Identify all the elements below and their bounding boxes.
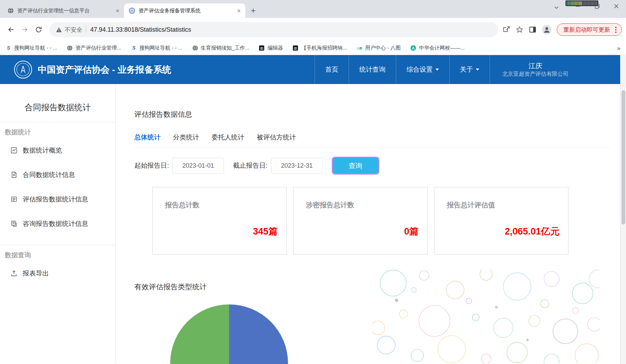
close-icon[interactable]: [114, 8, 121, 14]
side-panel-icon[interactable]: [528, 25, 537, 34]
nav-item-settings[interactable]: 综合设置: [396, 55, 449, 84]
tab-strip: 资产评估行业管理统一信息平台 资产评估业务报备管理系统: [0, 0, 626, 18]
sogou-icon: S: [131, 45, 137, 51]
decorative-bubbles-graphic: [372, 269, 600, 363]
back-button[interactable]: [4, 23, 18, 37]
user-company: 北京亚超资产评估有限公司: [502, 70, 568, 78]
bookmark-star-icon[interactable]: [515, 25, 524, 34]
app-header: 中国资产评估协会 - 业务报备系统 首页 统计查询 综合设置 关于 江庆 北京亚…: [0, 55, 620, 84]
close-window-button[interactable]: [607, 0, 626, 12]
main-content: 评估报告数据信息 总体统计 分类统计 委托人统计 被评估方统计 起始报告日: 截…: [116, 84, 620, 363]
contract-doc-icon: [10, 171, 18, 178]
reload-button[interactable]: [32, 23, 45, 37]
bookmark-label: 资产评估行业管理...: [75, 45, 121, 51]
export-icon: [10, 270, 18, 277]
new-tab-button[interactable]: [248, 6, 258, 16]
start-date-input[interactable]: [172, 158, 224, 174]
tab-title: 资产评估行业管理统一信息平台: [17, 8, 114, 14]
date-filter-row: 起始报告日: 截止报告日: 查询: [134, 157, 620, 175]
sidebar-item-report-stats[interactable]: 评估报告数据统计信息: [0, 187, 115, 211]
tab-appraisee-stats[interactable]: 被评估方统计: [257, 133, 296, 142]
browser-toolbar: 不安全 47.94.11.33:8018/Statistics/Statisti…: [0, 18, 626, 41]
page-scrollbar[interactable]: [620, 56, 626, 364]
svg-text:图: 图: [260, 46, 264, 50]
bookmark-label: 搜狗网址导航 - - ...: [140, 45, 183, 51]
nav-label: 关于: [460, 65, 473, 74]
sidebar-item-report-export[interactable]: 报表导出: [0, 261, 115, 285]
end-date-input[interactable]: [271, 158, 323, 174]
globe-icon: [67, 45, 73, 51]
sidebar: 合同报告数据统计 数据统计 数据统计概览 合同数据统计信息 评估报告数据统计信息…: [0, 84, 116, 363]
bookmark-item[interactable]: 资产评估行业管理...: [67, 45, 121, 51]
start-date-label: 起始报告日:: [134, 161, 169, 170]
ram-usage-bars: [567, 1, 581, 5]
tab-category-stats[interactable]: 分类统计: [173, 133, 199, 142]
svg-text:图: 图: [294, 46, 297, 50]
card-total-appraised-value: 报告总计评估值 2,065.01亿元: [434, 187, 568, 254]
bookmark-item[interactable]: 图 编辑器: [259, 45, 283, 51]
query-button[interactable]: 查询: [332, 157, 379, 175]
bookmark-label: 中华会计网校——...: [419, 45, 465, 51]
accounting-school-icon: [410, 45, 416, 51]
page-body: 合同报告数据统计 数据统计 数据统计概览 合同数据统计信息 评估报告数据统计信息…: [0, 84, 620, 363]
globe-icon: [192, 45, 198, 51]
sidebar-item-label: 合同数据统计信息: [23, 170, 75, 179]
address-bar[interactable]: 不安全 47.94.11.33:8018/Statistics/Statisti…: [50, 22, 498, 37]
forward-button[interactable]: [18, 23, 32, 37]
sidebar-item-label: 咨询报告数据统计信息: [23, 219, 88, 228]
sidebar-item-label: 报表导出: [23, 269, 49, 278]
close-icon[interactable]: [236, 8, 242, 14]
sidebar-section-query: 数据查询: [0, 245, 115, 261]
bookmark-label: 生育报销须知_工作...: [201, 45, 249, 51]
browser-window: 资产评估行业管理统一信息平台 资产评估业务报备管理系统: [0, 0, 626, 364]
sidebar-item-consult-stats[interactable]: 咨询报告数据统计信息: [0, 211, 115, 236]
nav-item-statistics[interactable]: 统计查询: [349, 55, 396, 84]
consult-doc-icon: [10, 220, 18, 227]
cas-seal-logo-icon: [14, 60, 32, 79]
bookmark-label: 搜狗网址导航 - - ...: [14, 45, 57, 51]
nav-label: 统计查询: [359, 65, 386, 74]
user-info[interactable]: 江庆 北京亚超资产评估有限公司: [502, 61, 568, 78]
bookmark-item[interactable]: S 搜狗网址导航 - - ...: [131, 45, 183, 51]
scrollbar-thumb[interactable]: [622, 90, 625, 225]
nav-label: 综合设置: [407, 65, 433, 74]
ram-monitor-overlay-widget: [565, 0, 598, 6]
update-browser-button[interactable]: 重新启动即可更新: [557, 23, 622, 36]
card-classified-reports: 涉密报告总计数 0篇: [293, 187, 428, 254]
sidebar-item-contract-stats[interactable]: 合同数据统计信息: [0, 163, 115, 187]
brand: 中国资产评估协会 - 业务报备系统: [14, 60, 171, 79]
card-total-reports: 报告总计数 345篇: [152, 187, 287, 254]
svg-text:S: S: [132, 45, 135, 51]
kebab-menu-icon[interactable]: [615, 27, 617, 33]
toolbar-actions: 重新启动即可更新: [502, 23, 622, 36]
share-icon[interactable]: [502, 25, 511, 34]
svg-text:八图: 八图: [357, 47, 362, 50]
nav-label: 首页: [325, 65, 338, 74]
nav-item-home[interactable]: 首页: [315, 55, 349, 84]
bookmark-item[interactable]: S 搜狗网址导航 - - ...: [6, 45, 57, 51]
bookmark-label: 编辑器: [267, 45, 283, 51]
tab-client-stats[interactable]: 委托人统计: [212, 133, 244, 142]
top-navigation: 首页 统计查询 综合设置 关于: [315, 55, 490, 84]
chevron-down-icon[interactable]: [554, 5, 559, 10]
pie-slice: [170, 304, 229, 364]
bookmark-item[interactable]: 八图 用户中心 - 八图: [357, 45, 401, 51]
bookmark-item[interactable]: 中华会计网校——...: [410, 45, 465, 51]
globe-icon: [8, 8, 14, 14]
nav-item-about[interactable]: 关于: [449, 55, 490, 84]
bookmark-item[interactable]: 生育报销须知_工作...: [192, 45, 249, 51]
app-title: 中国资产评估协会 - 业务报备系统: [38, 64, 171, 76]
browser-tab-1[interactable]: 资产评估行业管理统一信息平台: [3, 3, 124, 18]
sogou-icon: S: [6, 45, 11, 51]
bookmarks-overflow-chevron[interactable]: »: [617, 44, 620, 52]
poster-icon: 图: [293, 45, 298, 51]
profile-avatar-icon[interactable]: [542, 24, 552, 35]
bookmark-item[interactable]: 图 【手机海报招聘纳...: [293, 45, 347, 51]
sidebar-item-label: 数据统计概览: [23, 146, 62, 155]
report-doc-icon: [10, 196, 18, 203]
sidebar-item-data-overview[interactable]: 数据统计概览: [0, 138, 115, 163]
browser-tab-2[interactable]: 资产评估业务报备管理系统: [124, 3, 245, 18]
tab-overall-stats[interactable]: 总体统计: [134, 133, 161, 142]
pie-chart: [170, 304, 288, 364]
user-name: 江庆: [502, 61, 568, 70]
